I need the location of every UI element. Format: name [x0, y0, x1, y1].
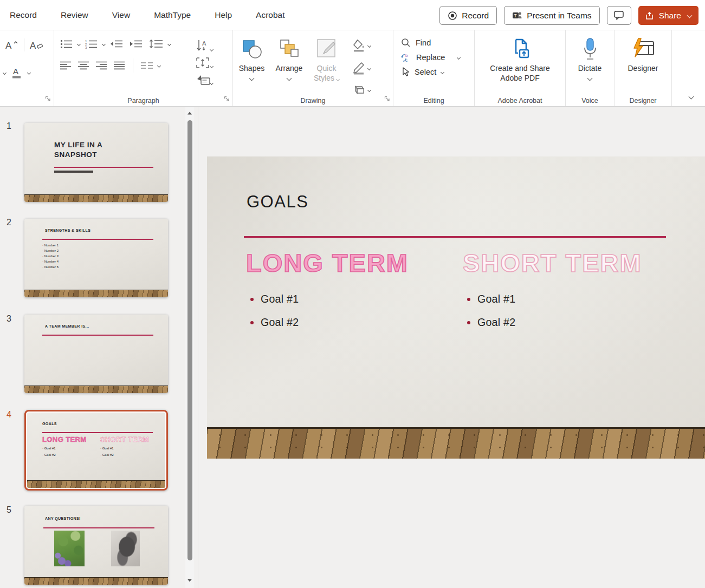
- slide-2-divider: [42, 239, 153, 240]
- dictate-button[interactable]: Dictate: [566, 30, 614, 80]
- quick-styles-label-1: Quick: [317, 64, 337, 73]
- shapes-label: Shapes: [239, 64, 264, 74]
- list-item[interactable]: Goal #2: [246, 316, 460, 329]
- slide-3-thumbnail[interactable]: A TEAM MEMBER IS...: [24, 315, 168, 393]
- scroll-up-arrow-icon[interactable]: [186, 110, 193, 116]
- arrange-icon: [279, 36, 300, 63]
- cat-image[interactable]: [111, 531, 140, 566]
- columns-chevron-icon[interactable]: [157, 63, 161, 67]
- long-term-heading[interactable]: LONG TERM: [246, 248, 460, 278]
- list-item[interactable]: Goal #1: [463, 293, 677, 305]
- menu-view[interactable]: View: [100, 10, 142, 20]
- numbering-chevron-icon[interactable]: [102, 42, 106, 45]
- drawing-group-label: Drawing: [233, 97, 393, 104]
- share-icon: [645, 11, 655, 20]
- slide-3-divider: [42, 335, 153, 336]
- drawing-dialog-launcher[interactable]: [384, 94, 390, 104]
- bullets-button[interactable]: [59, 37, 74, 51]
- menu-record[interactable]: Record: [0, 10, 49, 20]
- decrease-indent-button[interactable]: [108, 37, 125, 50]
- slide-1-subtitle-placeholder: [54, 171, 93, 173]
- clear-formatting-button[interactable]: A: [28, 37, 46, 53]
- share-dropdown-chevron-icon[interactable]: [687, 13, 693, 18]
- menu-review[interactable]: Review: [49, 10, 100, 20]
- arrange-label: Arrange: [276, 64, 303, 74]
- slide-editor[interactable]: GOALS LONG TERM Goal #1 Goal #2 SHORT TE…: [207, 156, 705, 459]
- long-term-column[interactable]: LONG TERM Goal #1 Goal #2: [246, 248, 460, 339]
- paragraph-dialog-launcher[interactable]: [224, 94, 230, 104]
- voice-group-label: Voice: [566, 97, 614, 104]
- short-term-column[interactable]: SHORT TERM Goal #1 Goal #2: [463, 248, 677, 339]
- ribbon-group-paragraph: 123: [54, 30, 233, 106]
- slide-2-thumbnail[interactable]: STRENGTHS & SKILLS · Number 1 · Number 2…: [24, 219, 168, 297]
- shape-fill-button[interactable]: [351, 37, 378, 54]
- slide-4-shortterm-heading: SHORT TERM: [100, 435, 149, 443]
- svg-text:A: A: [13, 67, 18, 76]
- create-pdf-button[interactable]: Create and Share Adobe PDF: [475, 30, 565, 83]
- select-chevron-icon: [441, 70, 444, 74]
- slide-5-thumbnail[interactable]: ANY QUESTIONS!: [24, 506, 168, 585]
- bullets-chevron-icon[interactable]: [77, 42, 81, 45]
- slide-4-thumbnail-selected[interactable]: GOALS LONG TERM SHORT TERM · Goal #1 · G…: [24, 410, 168, 491]
- shapes-button[interactable]: Shapes: [233, 30, 270, 106]
- list-item[interactable]: Goal #1: [246, 293, 460, 305]
- arrange-chevron-icon: [287, 75, 292, 81]
- numbering-button[interactable]: 123: [83, 37, 99, 51]
- short-term-heading[interactable]: SHORT TERM: [463, 248, 677, 278]
- scrollbar-thumb[interactable]: [187, 120, 192, 560]
- shape-outline-button[interactable]: [351, 60, 378, 77]
- comments-button[interactable]: [607, 6, 631, 25]
- align-left-button[interactable]: [59, 59, 73, 72]
- slide-2-title: STRENGTHS & SKILLS: [45, 228, 90, 232]
- editing-group-label: Editing: [393, 97, 474, 104]
- text-direction-button[interactable]: A: [194, 37, 231, 54]
- align-right-button[interactable]: [94, 59, 109, 72]
- align-center-button[interactable]: [76, 59, 91, 72]
- record-button[interactable]: Record: [439, 6, 497, 25]
- quick-styles-button[interactable]: Quick Styles: [308, 30, 345, 106]
- line-spacing-button[interactable]: [147, 37, 165, 51]
- select-button[interactable]: Select: [401, 67, 474, 77]
- collapse-ribbon-chevron-icon[interactable]: [689, 94, 694, 100]
- slide-4-shortterm-bullets: · Goal #1 · Goal #2: [100, 445, 114, 458]
- increase-indent-button[interactable]: [128, 37, 144, 50]
- slide-2-wood-floor: [24, 290, 168, 297]
- slide-title[interactable]: GOALS: [247, 192, 308, 212]
- find-button[interactable]: Find: [401, 38, 474, 48]
- menu-help[interactable]: Help: [203, 10, 244, 20]
- shape-effects-button[interactable]: [351, 82, 378, 97]
- svg-text:b: b: [405, 53, 408, 58]
- align-text-button[interactable]: [194, 55, 231, 71]
- ribbon: A A A: [0, 30, 705, 107]
- acrobat-group-label: Adobe Acrobat: [475, 97, 565, 104]
- font-color-button[interactable]: A: [9, 64, 24, 81]
- ribbon-group-font-partial: A A A: [0, 30, 54, 106]
- font-color-chevron-icon[interactable]: [27, 70, 31, 74]
- font-option-chevron-icon[interactable]: [3, 70, 7, 74]
- slide-1-thumbnail[interactable]: MY LIFE IN A SNAPSHOT: [24, 123, 168, 202]
- slide-thumbnail-panel: 1 MY LIFE IN A SNAPSHOT 2 STRENGTHS & SK…: [0, 107, 198, 588]
- line-spacing-chevron-icon[interactable]: [167, 42, 171, 45]
- slide-1-title: MY LIFE IN A SNAPSHOT: [54, 140, 135, 160]
- font-dialog-launcher[interactable]: [45, 94, 51, 104]
- arrange-button[interactable]: Arrange: [270, 30, 308, 106]
- convert-to-smartart-button[interactable]: [194, 71, 231, 88]
- ribbon-end: [672, 30, 705, 106]
- flowers-image[interactable]: [54, 531, 85, 566]
- slide-3-wood-floor: [24, 386, 168, 393]
- columns-button[interactable]: [139, 60, 154, 71]
- scroll-down-arrow-icon[interactable]: [186, 577, 193, 584]
- dictate-chevron-icon: [587, 75, 593, 81]
- thumbnail-scrollbar[interactable]: [185, 107, 194, 588]
- quick-styles-chevron-icon: [336, 77, 340, 81]
- menu-acrobat[interactable]: Acrobat: [244, 10, 296, 20]
- menu-mathtype[interactable]: MathType: [142, 10, 203, 20]
- justify-button[interactable]: [112, 59, 127, 72]
- grow-font-button[interactable]: A: [3, 37, 21, 53]
- replace-button[interactable]: bc Replace: [401, 53, 474, 62]
- list-item[interactable]: Goal #2: [463, 316, 677, 329]
- present-in-teams-button[interactable]: T Present in Teams: [504, 6, 599, 25]
- share-button[interactable]: Share: [638, 6, 698, 25]
- slide-4-divider: [42, 432, 153, 433]
- designer-button[interactable]: Designer: [615, 30, 671, 74]
